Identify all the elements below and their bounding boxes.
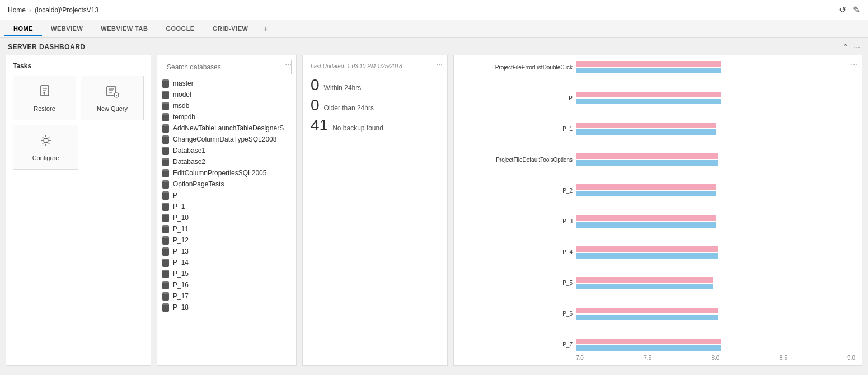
list-item[interactable]: P [157, 190, 296, 201]
refresh-icon[interactable]: ↺ [839, 4, 846, 15]
axis-label-3: 8.5 [780, 355, 787, 361]
tab-google[interactable]: GOOGLE [157, 22, 203, 36]
list-item[interactable]: P_18 [157, 302, 296, 313]
axis-label-1: 7.5 [644, 355, 651, 361]
chart-row-label: P_5 [461, 280, 573, 286]
chart-row-label: P_1 [461, 126, 573, 132]
chart-bars [576, 246, 855, 259]
chart-bars [576, 308, 855, 320]
chart-panel: ··· ProjectFileErrorListDoubleClickPP_1P… [453, 55, 862, 366]
chart-bars [576, 123, 855, 135]
list-item[interactable]: P_12 [157, 235, 296, 246]
chart-row-label: ProjectFileErrorListDoubleClick [461, 64, 573, 71]
tab-webview[interactable]: WEBVIEW [42, 22, 92, 36]
list-item[interactable]: P_16 [157, 279, 296, 290]
axis-label-4: 9.0 [847, 355, 855, 361]
chart-row: P [461, 92, 855, 104]
chart-bar-blue [576, 160, 718, 166]
chart-bar-pink [576, 153, 718, 159]
list-item[interactable]: P_17 [157, 290, 296, 302]
chart-menu-icon[interactable]: ··· [851, 60, 857, 69]
chart-row: P_6 [461, 308, 855, 320]
restore-label: Restore [34, 105, 55, 112]
backup-menu-icon[interactable]: ··· [436, 60, 443, 69]
chart-bar-blue [576, 191, 716, 196]
chart-bar-pink [576, 184, 716, 190]
breadcrumb: Home › (localdb)\ProjectsV13 [8, 6, 98, 14]
databases-panel: ··· master model msdb tempdb AddNewTable… [157, 55, 297, 366]
new-query-task[interactable]: New Query [81, 76, 144, 120]
axis-label-0: 7.0 [576, 355, 584, 361]
backup-panel: ··· Last Updated: 1:03:10 PM 1/25/2018 0… [302, 55, 448, 366]
list-item[interactable]: P_15 [157, 268, 296, 279]
top-bar-actions: ↺ ✎ [839, 4, 860, 15]
list-item[interactable]: P_14 [157, 257, 296, 268]
chart-bars [576, 215, 855, 228]
list-item[interactable]: P_11 [157, 223, 296, 235]
configure-task[interactable]: Configure [13, 125, 78, 170]
databases-list: master model msdb tempdb AddNewTableLaun… [157, 78, 296, 365]
tasks-title: Tasks [13, 62, 144, 70]
list-item[interactable]: EditColumnPropertiesSQL2005 [157, 167, 296, 179]
list-item[interactable]: tempdb [157, 111, 296, 123]
chart-row: P_5 [461, 277, 855, 289]
breadcrumb-home[interactable]: Home [8, 6, 26, 14]
list-item[interactable]: Database2 [157, 156, 296, 167]
dashboard-title: SERVER DASHBOARD [8, 43, 85, 51]
db-icon [162, 147, 170, 154]
db-icon [162, 247, 170, 255]
chart-row-label: P_2 [461, 187, 573, 194]
list-item[interactable]: ChangeColumnDataTypeSQL2008 [157, 134, 296, 145]
db-icon [162, 270, 170, 278]
add-tab-button[interactable]: + [257, 22, 273, 36]
dashboard-menu-icon[interactable]: ··· [853, 43, 860, 51]
chart-row: P_2 [461, 184, 855, 196]
chart-bars [576, 153, 855, 166]
backup-num-older24: 0 [311, 97, 320, 113]
list-item[interactable]: master [157, 78, 296, 89]
list-item[interactable]: P_10 [157, 212, 296, 223]
db-icon [162, 91, 170, 99]
db-icon [162, 259, 170, 266]
chart-bars [576, 339, 855, 351]
backup-stat-older24: 0 Older than 24hrs [311, 97, 439, 113]
chart-row-label: P_7 [461, 341, 573, 348]
backup-label-no-backup: No backup found [332, 124, 383, 132]
db-icon [162, 102, 170, 110]
configure-icon [39, 133, 53, 151]
collapse-icon[interactable]: ⌃ [842, 43, 849, 51]
restore-task[interactable]: Restore [13, 76, 76, 120]
chart-bars [576, 92, 855, 104]
list-item[interactable]: OptionPageTests [157, 179, 296, 190]
list-item[interactable]: Database1 [157, 145, 296, 156]
edit-icon[interactable]: ✎ [853, 4, 860, 15]
new-query-label: New Query [97, 105, 128, 112]
list-item[interactable]: P_1 [157, 201, 296, 212]
chart-bar-blue [576, 284, 713, 289]
chart-bar-pink [576, 92, 721, 97]
svg-rect-0 [41, 86, 49, 96]
db-icon [162, 191, 170, 199]
tab-webview-tab[interactable]: WEBVIEW TAB [92, 22, 157, 36]
tasks-panel: Tasks Restore [6, 55, 151, 366]
list-item[interactable]: model [157, 89, 296, 100]
list-item[interactable]: P_13 [157, 246, 296, 257]
new-query-icon [105, 84, 120, 102]
chart-bar-blue [576, 129, 716, 135]
search-databases-input[interactable] [162, 60, 292, 74]
databases-menu-icon[interactable]: ··· [285, 60, 292, 69]
chart-bar-blue [576, 222, 716, 228]
list-item[interactable]: AddNewTableLaunchTableDesignerS [157, 123, 296, 134]
chart-bar-pink [576, 246, 718, 252]
tasks-grid: Restore New Query [13, 76, 144, 120]
list-item[interactable]: msdb [157, 100, 296, 111]
tab-grid-view[interactable]: GRID-VIEW [204, 22, 257, 36]
configure-label: Configure [32, 154, 59, 161]
db-icon [162, 236, 170, 244]
breadcrumb-server[interactable]: (localdb)\ProjectsV13 [35, 6, 98, 14]
chart-bar-pink [576, 308, 718, 313]
tab-home[interactable]: HOME [4, 22, 42, 36]
db-icon [162, 281, 170, 289]
axis-label-2: 8.0 [712, 355, 720, 361]
backup-last-updated: Last Updated: 1:03:10 PM 1/25/2018 [311, 63, 439, 69]
